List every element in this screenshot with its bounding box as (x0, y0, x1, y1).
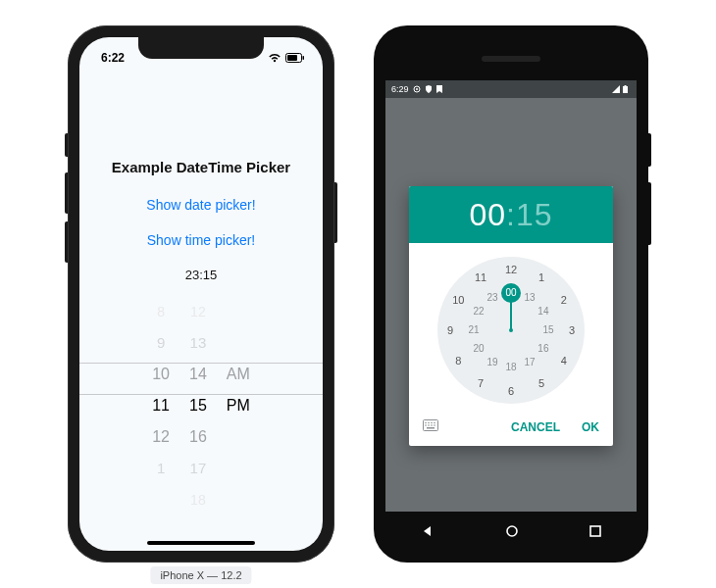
picker-minute-option[interactable]: 13 (190, 327, 207, 359)
svg-point-16 (434, 424, 435, 426)
svg-rect-1 (303, 56, 305, 60)
iphone-notch (138, 37, 264, 59)
svg-rect-8 (427, 427, 435, 429)
picker-hour-option[interactable]: 10 (152, 359, 170, 390)
picker-ampm-column[interactable]: AM PM (227, 296, 250, 463)
clock-hour-outer[interactable]: 1 (532, 268, 551, 287)
svg-point-9 (425, 422, 427, 424)
picker-minute-option[interactable]: 12 (190, 296, 206, 327)
android-top-bezel (385, 37, 637, 80)
svg-point-14 (428, 424, 430, 426)
svg-point-11 (431, 422, 433, 424)
android-power-button (648, 133, 651, 167)
picker-minutes-column[interactable]: 12 13 14 15 16 17 18 (189, 296, 207, 463)
iphone-frame: 6:22 Example DateTime Picker Show date p… (68, 25, 334, 563)
android-status-bar: 6:29 (385, 80, 637, 98)
svg-rect-18 (590, 526, 600, 536)
android-time-picker-dialog: 00:15 1212345678910110013141516171819202… (409, 186, 613, 446)
iphone-mute-switch (65, 133, 68, 157)
iphone-power-button (334, 182, 337, 243)
recents-icon[interactable] (589, 525, 601, 537)
picker-ampm-selected[interactable]: PM (227, 390, 250, 421)
gear-icon (413, 85, 421, 93)
clock-hour-inner[interactable]: 17 (520, 353, 539, 372)
android-screen: 6:29 00:15 12123456 (385, 80, 637, 512)
android-frame: 6:29 00:15 12123456 (374, 25, 648, 563)
bookmark-icon (436, 85, 444, 93)
clock-hour-outer[interactable]: 10 (448, 290, 468, 310)
home-icon[interactable] (505, 524, 519, 538)
svg-point-17 (507, 526, 517, 536)
clock-face[interactable]: 121234567891011001314151617181920212223 (437, 257, 585, 404)
shield-icon (425, 85, 433, 93)
clock-hour-inner[interactable]: 23 (483, 288, 502, 308)
clock-hour-outer[interactable]: 8 (448, 351, 468, 370)
svg-point-13 (425, 424, 427, 426)
clock-hour-inner[interactable]: 20 (469, 339, 488, 359)
picker-ampm-option[interactable]: AM (227, 359, 250, 390)
iphone-volume-down (65, 221, 68, 263)
clock-hour-inner[interactable]: 18 (501, 358, 521, 377)
picker-hour-option[interactable]: 12 (152, 421, 170, 453)
header-separator: : (506, 197, 516, 233)
svg-point-15 (431, 424, 433, 426)
svg-rect-6 (625, 85, 627, 86)
android-status-time: 6:29 (391, 84, 409, 94)
iphone-volume-up (65, 172, 68, 214)
picker-hour-selected[interactable]: 11 (152, 390, 170, 421)
keyboard-icon[interactable] (423, 419, 438, 434)
header-hour[interactable]: 00 (469, 197, 506, 233)
clock-hour-outer[interactable]: 11 (471, 268, 490, 287)
clock-hour-selected[interactable]: 00 (501, 283, 521, 303)
clock-hour-inner[interactable]: 14 (534, 302, 553, 321)
ios-home-indicator[interactable] (147, 541, 255, 545)
cancel-button[interactable]: CANCEL (511, 420, 560, 434)
svg-point-4 (416, 88, 418, 90)
svg-point-12 (434, 422, 435, 424)
time-picker-header: 00:15 (409, 186, 613, 243)
show-time-picker-button[interactable]: Show time picker! (79, 232, 323, 248)
clock-hour-outer[interactable]: 9 (440, 320, 460, 340)
battery-icon (623, 85, 631, 93)
picker-hour-option[interactable]: 9 (157, 327, 165, 359)
picker-minute-option[interactable]: 17 (190, 453, 207, 484)
ok-button[interactable]: OK (582, 420, 599, 434)
clock-hour-outer[interactable]: 3 (562, 320, 582, 340)
clock-hour-outer[interactable]: 6 (501, 381, 521, 401)
clock-hour-outer[interactable]: 12 (501, 260, 521, 279)
wifi-icon (268, 53, 281, 63)
android-volume-rocker (648, 182, 651, 245)
picker-minute-option[interactable]: 14 (189, 359, 207, 390)
clock-hour-inner[interactable]: 15 (538, 320, 558, 340)
picker-hours-column[interactable]: 8 9 10 11 12 1 (152, 296, 170, 463)
svg-rect-2 (287, 55, 297, 61)
battery-icon (285, 53, 305, 63)
device-caption: iPhone X — 12.2 (150, 566, 251, 584)
picker-minute-option[interactable]: 16 (189, 421, 207, 453)
show-date-picker-button[interactable]: Show date picker! (79, 197, 323, 213)
picker-hour-option[interactable]: 1 (157, 453, 165, 484)
picker-minute-option[interactable]: 18 (190, 484, 206, 515)
clock-hour-outer[interactable]: 5 (532, 373, 551, 393)
selected-time-label: 23:15 (79, 268, 323, 282)
clock-hour-outer[interactable]: 2 (554, 290, 574, 310)
android-nav-bar (385, 512, 637, 551)
ios-status-time: 6:22 (101, 51, 125, 65)
picker-minute-selected[interactable]: 15 (189, 390, 207, 421)
android-speaker (482, 56, 540, 62)
picker-hour-option[interactable]: 8 (157, 296, 165, 327)
back-icon[interactable] (421, 524, 435, 538)
svg-rect-5 (623, 86, 628, 93)
header-minute[interactable]: 15 (516, 197, 553, 233)
iphone-screen: 6:22 Example DateTime Picker Show date p… (79, 37, 323, 551)
signal-icon (612, 85, 620, 93)
ios-time-picker[interactable]: 8 9 10 11 12 1 12 13 14 15 16 17 1 (79, 296, 323, 463)
clock-hour-outer[interactable]: 7 (471, 373, 490, 393)
page-title: Example DateTime Picker (79, 159, 323, 175)
clock-hour-inner[interactable]: 21 (464, 320, 484, 340)
clock-hour-outer[interactable]: 4 (554, 351, 574, 370)
svg-point-10 (428, 422, 430, 424)
